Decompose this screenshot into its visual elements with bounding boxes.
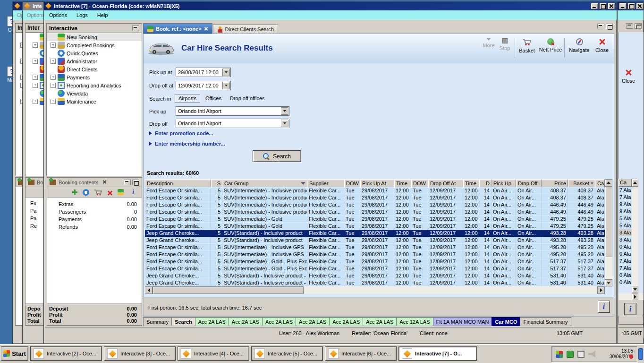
- scroll-down-button[interactable]: [605, 279, 612, 286]
- table-row[interactable]: 7 Ala: [619, 265, 644, 272]
- table-row[interactable]: Ford Escape Or simila...5SUV(Intermediat…: [145, 258, 605, 265]
- menu-logs[interactable]: Logs: [76, 12, 89, 18]
- session-tab-search[interactable]: Search: [171, 317, 195, 326]
- panel-restore-button[interactable]: [606, 24, 613, 29]
- scroll-track[interactable]: [632, 258, 638, 265]
- start-button[interactable]: Start: [1, 346, 28, 361]
- table-row[interactable]: 0 Ala: [619, 251, 644, 258]
- session-tab-acc-2a-las[interactable]: Acc 2A LAS: [296, 317, 330, 326]
- dropdown-button[interactable]: [222, 69, 230, 76]
- tab-booking-ref[interactable]: Book. ref.: <none>: [143, 23, 212, 34]
- minimize-button[interactable]: [619, 3, 627, 9]
- scroll-track[interactable]: [632, 229, 638, 236]
- basket-forward-icon[interactable]: [94, 189, 102, 196]
- column-header-dow-4[interactable]: DOW: [344, 179, 360, 187]
- table-row[interactable]: Ford Escape Or simila...5SUV(Intermediat…: [145, 194, 605, 201]
- close-toolbar-button[interactable]: Close: [622, 69, 635, 84]
- table-row[interactable]: Jeep Grand Cheroke...5SUV(Standard) - In…: [145, 279, 605, 286]
- sidebar-item-viewdata[interactable]: Viewdata: [47, 89, 142, 97]
- table-row[interactable]: 7 Ala: [619, 187, 644, 194]
- expand-icon[interactable]: +: [51, 43, 56, 48]
- titlebar[interactable]: Interactive [7] - Ocean-Florida (code: w…: [44, 2, 617, 10]
- search-in-airports[interactable]: Airports: [175, 94, 200, 103]
- taskbar-button-4[interactable]: Interactive [4] - Oce...: [178, 346, 249, 361]
- sidebar-item-administrator[interactable]: +Administrator: [47, 57, 142, 65]
- dropdown-button[interactable]: [281, 120, 288, 127]
- scroll-track[interactable]: [632, 201, 638, 208]
- close-button[interactable]: [636, 3, 644, 9]
- table-row[interactable]: 9 Ala: [619, 208, 644, 215]
- table-row[interactable]: 5 Ala: [619, 215, 644, 222]
- scroll-thumb[interactable]: [605, 186, 612, 257]
- scroll-track[interactable]: [632, 272, 638, 279]
- table-row[interactable]: Ford Escape Or simila...5SUV(Intermediat…: [145, 187, 605, 194]
- scroll-up-button[interactable]: [605, 179, 612, 186]
- scroll-track[interactable]: [632, 236, 638, 243]
- session-tab-car-mco[interactable]: Car MCO: [491, 317, 520, 326]
- volume-muted-icon[interactable]: [588, 351, 595, 358]
- taskbar-button-2[interactable]: Interactive [2] - Oce...: [30, 346, 102, 361]
- column-header-car-group-2[interactable]: Car Group: [222, 179, 307, 187]
- dropdown-button[interactable]: [222, 82, 230, 89]
- panel-restore-button[interactable]: [132, 180, 139, 185]
- table-row[interactable]: 0 Ala: [619, 272, 644, 279]
- scroll-track[interactable]: [632, 222, 638, 229]
- membership-number-expander[interactable]: Enter membership number...: [149, 141, 225, 147]
- taskbar-button-7[interactable]: Interactive [7] - O...: [398, 346, 477, 361]
- table-row[interactable]: Ford Escape Or simila...5SUV(Intermediat…: [145, 201, 605, 208]
- new-booking-icon[interactable]: [118, 189, 124, 195]
- table-row[interactable]: Ford Escape Or simila...5SUV(Intermediat…: [145, 265, 605, 272]
- expand-icon[interactable]: +: [51, 75, 56, 80]
- table-row[interactable]: Ford Escape Or simila...5SUV(Intermediat…: [145, 244, 605, 251]
- taskbar-button-6[interactable]: Interactive [6] - Oce...: [325, 346, 397, 361]
- minimize-button[interactable]: [591, 3, 598, 9]
- panel-minimize-button[interactable]: [626, 23, 633, 29]
- column-header-ca-15[interactable]: Ca: [595, 179, 605, 187]
- tab-direct-clients-search[interactable]: Direct Clients Search: [213, 24, 278, 34]
- expand-icon[interactable]: +: [33, 83, 38, 88]
- scroll-track[interactable]: [632, 251, 638, 258]
- table-row[interactable]: 7 Ala: [619, 258, 644, 265]
- info-icon[interactable]: i: [128, 188, 138, 197]
- scroll-track[interactable]: [632, 208, 638, 215]
- session-tab-financial-summary[interactable]: Financial Summary: [520, 317, 571, 326]
- table-row[interactable]: 0 Ala: [619, 243, 644, 251]
- panel-close-icon[interactable]: [102, 180, 107, 184]
- sidebar-item-payments[interactable]: +Payments: [47, 73, 142, 81]
- sidebar-item-new-booking[interactable]: New Booking: [47, 33, 142, 41]
- basket-button[interactable]: Basket: [517, 37, 537, 59]
- session-tab-acc-2a-las[interactable]: Acc 2A LAS: [329, 317, 363, 326]
- taskbar-button-5[interactable]: Interactive [5] - Oce...: [251, 346, 323, 361]
- column-header-time-6[interactable]: Time: [394, 179, 411, 187]
- table-row[interactable]: 7 Ala: [619, 194, 644, 201]
- pickup-at-combo[interactable]: 29/08/2017 12:00: [176, 68, 231, 77]
- info-button[interactable]: i: [624, 303, 636, 315]
- close-button[interactable]: Close: [593, 37, 611, 59]
- column-header-pick-up-at-5[interactable]: Pick Up At: [360, 179, 394, 187]
- expand-icon[interactable]: +: [33, 99, 38, 104]
- scroll-track[interactable]: [632, 187, 638, 194]
- column-header-description-0[interactable]: Description: [145, 179, 211, 187]
- maximize-button[interactable]: [627, 3, 635, 9]
- dropdown-button[interactable]: [281, 107, 288, 115]
- sidebar-item-quick-quotes[interactable]: Quick Quotes: [47, 49, 142, 57]
- table-row[interactable]: Jeep Grand Cheroke...5SUV(Standard) - In…: [145, 237, 605, 244]
- session-tab-acc-2a-las[interactable]: Acc 2A LAS: [195, 317, 229, 326]
- scroll-track[interactable]: [632, 243, 638, 251]
- session-tab-acc-2a-las[interactable]: Acc 2A LAS: [363, 317, 397, 326]
- column-header-drop-off-12[interactable]: Drop Off: [516, 179, 542, 187]
- scroll-right-button[interactable]: [597, 286, 605, 294]
- menu-options[interactable]: Options: [48, 12, 68, 18]
- expand-icon[interactable]: +: [51, 59, 56, 64]
- session-tab-summary[interactable]: Summary: [143, 317, 172, 326]
- sidebar-item-completed-bookings[interactable]: +Completed Bookings: [47, 41, 142, 49]
- expand-icon[interactable]: +: [33, 75, 38, 80]
- column-header-drop-off-at-8[interactable]: Drop Off At: [428, 179, 463, 187]
- maximize-button[interactable]: [599, 3, 607, 9]
- table-row[interactable]: Ford Escape Or simila...5SUV(Intermediat…: [145, 223, 605, 230]
- panel-minimize-button[interactable]: [597, 24, 604, 29]
- table-row[interactable]: 3 Ala: [619, 229, 644, 236]
- promotion-code-expander[interactable]: Enter promotion code...: [149, 130, 213, 136]
- horizontal-scrollbar[interactable]: [145, 286, 605, 294]
- scroll-down-button[interactable]: [632, 286, 638, 293]
